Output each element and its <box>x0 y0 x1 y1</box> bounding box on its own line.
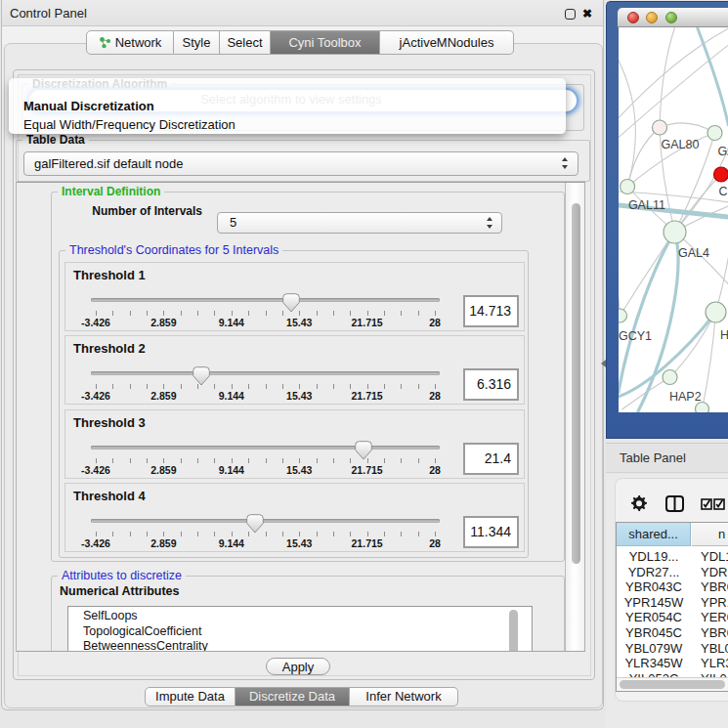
slider-tick <box>232 458 233 463</box>
horizontal-scrollbar[interactable] <box>617 677 728 691</box>
slider-tick <box>266 532 267 536</box>
network-edge-thick[interactable] <box>619 232 675 394</box>
slider-tick <box>181 532 182 536</box>
tab-jactivemnodules[interactable]: jActiveMNodules <box>380 30 514 55</box>
table-row[interactable]: YBR043CYBR0 <box>617 579 728 595</box>
tab-label: Select <box>227 31 262 54</box>
slider-thumb[interactable] <box>193 366 210 386</box>
network-node[interactable] <box>706 302 726 322</box>
table-row[interactable]: YLR345WYLR3 <box>617 656 728 671</box>
column-header-name[interactable]: n <box>692 523 728 546</box>
slider-tick <box>401 384 402 389</box>
attribute-list-item[interactable]: TopologicalCoefficient <box>83 624 201 640</box>
slider-track[interactable] <box>91 298 440 302</box>
slider-tick <box>333 384 334 389</box>
combo-updown-icon <box>487 215 493 231</box>
horizontal-scrollbar-thumb[interactable] <box>620 680 725 689</box>
apply-button[interactable]: Apply <box>266 658 330 675</box>
network-node[interactable] <box>696 403 709 413</box>
network-node[interactable] <box>663 370 677 385</box>
table-row[interactable]: YDR27...YDR2 <box>617 565 728 580</box>
threshold-value-field[interactable]: 11.344 <box>463 516 519 548</box>
checkbox-icon[interactable] <box>701 498 712 510</box>
slider-thumb[interactable] <box>355 441 372 460</box>
split-view-icon[interactable] <box>665 495 684 512</box>
list-scrollbar-thumb[interactable] <box>509 610 518 652</box>
slider-tick-label: 15.43 <box>275 537 323 549</box>
network-edge[interactable] <box>619 28 728 118</box>
network-edge[interactable] <box>660 123 715 133</box>
subtab-impute-data[interactable]: Impute Data <box>145 687 236 707</box>
tab-style[interactable]: Style <box>174 30 220 55</box>
table-row[interactable]: YER054CYER0 <box>617 610 728 625</box>
network-node[interactable] <box>619 309 627 322</box>
slider-tick-label: -3.426 <box>71 390 120 402</box>
slider-tick <box>435 384 436 389</box>
slider-thumb[interactable] <box>282 293 300 313</box>
subtab-discretize-data[interactable]: Discretize Data <box>236 687 350 707</box>
popup-item-0[interactable]: Manual Discretization <box>23 98 154 115</box>
network-node[interactable] <box>714 167 728 182</box>
slider-tick <box>435 458 436 463</box>
table-row[interactable]: YBR045CYBR0 <box>617 625 728 641</box>
slider-track[interactable] <box>91 371 440 375</box>
network-node[interactable] <box>653 120 667 135</box>
slider-track[interactable] <box>91 446 440 450</box>
network-edge[interactable] <box>660 27 675 128</box>
slider-track[interactable] <box>91 519 440 523</box>
network-window-titlebar[interactable] <box>618 8 728 27</box>
network-node[interactable] <box>664 221 686 243</box>
cell-name: YDR2 <box>701 565 728 579</box>
slider-tick <box>130 532 131 536</box>
slider-tick <box>181 458 182 463</box>
network-node[interactable] <box>621 180 635 194</box>
attribute-list-item[interactable]: BetweennessCentrality <box>83 639 208 652</box>
gear-icon[interactable] <box>630 495 647 512</box>
slider-tick-label: 2.859 <box>139 390 188 402</box>
slider-tick <box>333 458 334 463</box>
popup-item-1[interactable]: Equal Width/Frequency Discretization <box>23 116 236 134</box>
threshold-value-field[interactable]: 21.4 <box>463 443 519 475</box>
slider-tick <box>367 532 368 536</box>
close-icon[interactable]: ✖ <box>580 6 594 21</box>
slider-tick <box>96 458 97 463</box>
close-traffic-light-icon[interactable] <box>627 12 639 23</box>
cell-shared-name: YDR27... <box>617 565 691 579</box>
slider-tick <box>112 532 113 536</box>
table-data-combobox[interactable]: galFiltered.sif default node <box>23 151 578 176</box>
tab-network[interactable]: Network <box>86 30 174 55</box>
slider-tick-label: 21.715 <box>343 390 392 402</box>
column-header-shared-name[interactable]: shared... <box>617 523 691 546</box>
table-row[interactable]: YBL079WYBL0 <box>617 641 728 657</box>
tab-label: jActiveMNodules <box>400 31 494 54</box>
vertical-scrollbar[interactable] <box>565 183 585 651</box>
slider-tick-label: 9.144 <box>207 317 256 328</box>
threshold-value-field[interactable]: 14.713 <box>463 295 519 327</box>
network-node-label: H <box>720 328 728 342</box>
float-window-icon[interactable] <box>565 9 576 20</box>
slider-tick <box>96 311 97 316</box>
attribute-list-item[interactable]: SelfLoops <box>83 609 138 624</box>
node-table: shared... n YDL19...YDL1YDR27...YDR2YBR0… <box>616 522 728 692</box>
network-node[interactable] <box>707 126 722 141</box>
network-icon <box>99 36 111 49</box>
vertical-scrollbar-thumb[interactable] <box>572 203 580 564</box>
threshold-value-field[interactable]: 6.316 <box>463 368 519 401</box>
checkbox-icon[interactable] <box>713 498 725 510</box>
numerical-attributes-list[interactable]: SelfLoopsTopologicalCoefficientBetweenne… <box>67 606 533 652</box>
slider-thumb[interactable] <box>246 514 264 534</box>
network-edge[interactable] <box>627 128 660 188</box>
slider-tick <box>197 311 198 316</box>
number-of-intervals-combobox[interactable]: 5 <box>217 212 502 234</box>
tab-cyni-toolbox[interactable]: Cyni Toolbox <box>271 30 380 55</box>
slider-tick <box>232 311 233 316</box>
tab-select[interactable]: Select <box>220 30 271 55</box>
minimize-traffic-light-icon[interactable] <box>646 12 658 23</box>
subtab-infer-network[interactable]: Infer Network <box>350 687 458 707</box>
slider-tick <box>147 532 148 536</box>
network-canvas[interactable]: GAL80GACGAL11GAL4GCY1HHAP2 <box>619 27 728 412</box>
network-edge-thick[interactable] <box>698 27 728 126</box>
zoom-traffic-light-icon[interactable] <box>665 12 677 23</box>
table-row[interactable]: YDL19...YDL1 <box>617 549 728 565</box>
table-row[interactable]: YPR145WYPR1 <box>617 595 728 611</box>
